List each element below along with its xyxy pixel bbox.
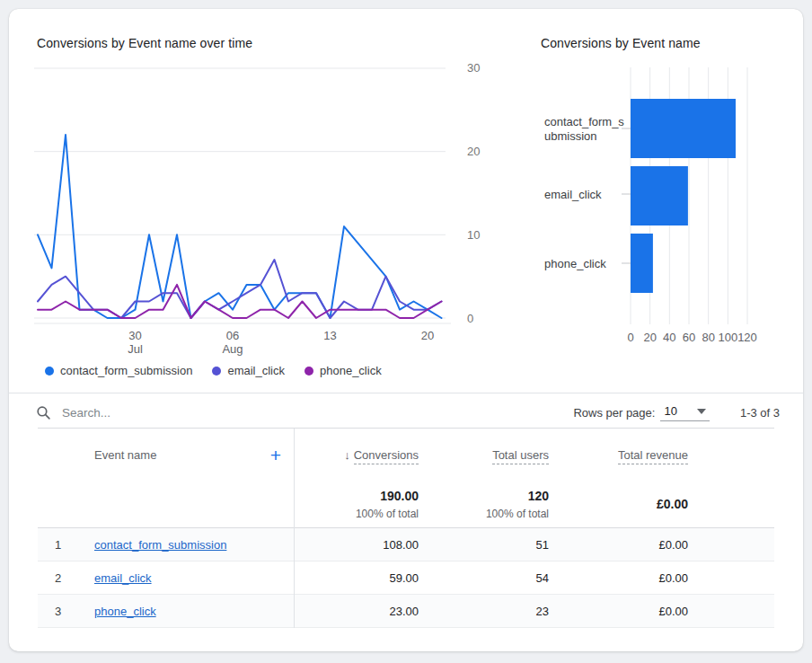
bar-email_click <box>631 166 688 225</box>
table-row-contact_form_submission: 1contact_form_submission108.0051£0.00 <box>38 528 774 561</box>
users-cell: 54 <box>426 571 556 585</box>
total-revenue-header[interactable]: Total revenue <box>556 448 695 462</box>
x-axis-label-06: 06 <box>226 329 239 342</box>
bar-phone_click <box>631 234 653 293</box>
event-name-cell: email_click <box>78 571 294 585</box>
x-axis-sublabel-Jul: Jul <box>128 342 143 356</box>
revenue-cell: £0.00 <box>556 605 695 618</box>
line-chart[interactable]: 302010030Jul06Aug1320 <box>34 56 497 357</box>
bar-contact_form_submission <box>631 99 736 158</box>
line-chart-title: Conversions by Event name over time <box>37 36 252 50</box>
x-axis-sublabel-Aug: Aug <box>222 342 243 356</box>
legend-item-phone_click[interactable]: phone_click <box>304 364 382 377</box>
row-number: 2 <box>38 571 78 585</box>
x-axis-label-13: 13 <box>323 329 336 342</box>
bar-category-label-phone_click: phone_click <box>544 257 606 270</box>
events-table: Event name + ↓Conversions Total users To… <box>38 428 774 628</box>
revenue-cell: £0.00 <box>556 538 695 552</box>
summary-users-sub: 100% of total <box>426 508 549 520</box>
summary-users: 120 <box>426 489 549 503</box>
bar-category-label-email_click: email_click <box>544 188 602 201</box>
conversions-cell: 59.00 <box>294 571 426 585</box>
users-cell: 23 <box>426 605 556 618</box>
revenue-cell: £0.00 <box>556 571 695 585</box>
chevron-down-icon <box>697 409 706 414</box>
legend-label: contact_form_submission <box>60 364 192 377</box>
bar-chart[interactable]: 020406080100120contact_form_submissionem… <box>537 58 798 355</box>
conversions-cell: 23.00 <box>294 605 426 618</box>
rows-per-page-value: 10 <box>664 404 676 418</box>
sort-descending-icon: ↓ <box>344 448 350 462</box>
table-row-email_click: 2email_click59.0054£0.00 <box>38 561 774 595</box>
bar-x-label-0: 0 <box>627 331 633 344</box>
bar-x-label-100: 100 <box>718 331 737 344</box>
search-input[interactable] <box>62 406 331 420</box>
legend-dot-icon <box>304 367 313 376</box>
y-axis-label-0: 0 <box>467 312 473 325</box>
event-link-phone_click[interactable]: phone_click <box>94 605 156 618</box>
table-controls: Rows per page: 10 1-3 of 3 <box>36 397 783 428</box>
divider <box>9 393 803 393</box>
legend-item-email_click[interactable]: email_click <box>212 364 285 377</box>
total-users-header[interactable]: Total users <box>426 448 556 462</box>
event-link-email_click[interactable]: email_click <box>94 571 152 585</box>
y-axis-label-20: 20 <box>467 145 480 158</box>
line-series-contact_form_submission <box>38 135 442 318</box>
summary-revenue: £0.00 <box>556 497 688 511</box>
bar-x-label-80: 80 <box>702 331 714 344</box>
conversions-header[interactable]: ↓Conversions <box>294 448 426 462</box>
event-name-cell: phone_click <box>78 605 294 618</box>
bar-x-label-20: 20 <box>643 331 656 344</box>
x-axis-label-30: 30 <box>128 329 141 342</box>
bar-category-label-contact_form_submission: contact_form_s <box>544 115 624 128</box>
legend-dot-icon <box>212 367 221 376</box>
bar-category-label-contact_form_submission: ubmission <box>544 129 597 143</box>
x-axis-label-20: 20 <box>421 329 434 342</box>
row-number: 3 <box>38 605 78 618</box>
pagination-range: 1-3 of 3 <box>740 406 780 420</box>
add-column-button[interactable]: + <box>270 446 294 464</box>
table-row-phone_click: 3phone_click23.0023£0.00 <box>38 595 774 628</box>
row-number: 1 <box>38 538 78 552</box>
bar-chart-title: Conversions by Event name <box>541 36 701 50</box>
event-name-cell: contact_form_submission <box>78 538 294 552</box>
y-axis-label-30: 30 <box>467 61 480 75</box>
column-divider <box>294 429 295 628</box>
legend-label: email_click <box>227 364 285 377</box>
table-summary-row: 190.00 100% of total 120 100% of total £… <box>38 481 774 528</box>
line-chart-legend: contact_form_submissionemail_clickphone_… <box>45 364 382 377</box>
summary-conversions-sub: 100% of total <box>294 508 419 520</box>
summary-conversions: 190.00 <box>294 489 419 503</box>
event-name-header: Event name <box>94 448 156 462</box>
search-icon <box>36 405 51 420</box>
legend-dot-icon <box>45 367 54 376</box>
table-body: 1contact_form_submission108.0051£0.002em… <box>38 528 774 628</box>
rows-per-page-label: Rows per page: <box>573 406 655 420</box>
table-header-row: Event name + ↓Conversions Total users To… <box>38 429 774 481</box>
rows-per-page: Rows per page: 10 <box>573 403 710 421</box>
bar-x-label-120: 120 <box>737 331 757 344</box>
rows-per-page-select[interactable]: 10 <box>660 403 709 421</box>
bar-x-label-40: 40 <box>663 331 675 344</box>
bar-x-label-60: 60 <box>683 331 695 344</box>
users-cell: 51 <box>426 538 556 552</box>
event-link-contact_form_submission[interactable]: contact_form_submission <box>94 538 226 552</box>
y-axis-label-10: 10 <box>467 228 480 242</box>
legend-label: phone_click <box>320 364 382 377</box>
report-card: Conversions by Event name over time Conv… <box>9 9 803 651</box>
legend-item-contact_form_submission[interactable]: contact_form_submission <box>45 364 192 377</box>
search-box[interactable] <box>36 405 573 420</box>
conversions-cell: 108.00 <box>294 538 426 552</box>
